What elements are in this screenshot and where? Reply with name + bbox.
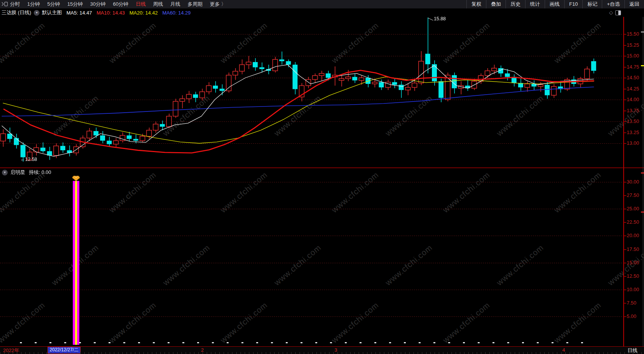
minor-tick-strip xyxy=(0,352,644,354)
chevron-down-circle-icon[interactable]: ▾ xyxy=(34,10,40,16)
toolbar-button-复权[interactable]: 复权 xyxy=(466,0,486,8)
toolbar-button-返回[interactable]: 返回 xyxy=(624,0,644,8)
period-tab-多周期[interactable]: 多周期 xyxy=(188,0,203,8)
toolbar-menu: 复权叠加历史统计画线F10标记+自选返回 xyxy=(466,0,644,8)
ma-readout: MA10: 14.43 xyxy=(97,10,125,16)
stock-chart-app: { "menu": { "left": [ {"label":"分时","act… xyxy=(0,0,644,354)
toolbar-button-统计[interactable]: 统计 xyxy=(525,0,545,8)
main-layout-selector[interactable]: 默认主图 xyxy=(42,9,62,16)
indicator-name: 启明星 xyxy=(10,169,25,176)
period-menubar: 分时1分钟5分钟15分钟30分钟60分钟日线周线月线多周期更多 〉 复权叠加历史… xyxy=(0,0,644,9)
toolbar-button-F10[interactable]: F10 xyxy=(564,0,582,8)
ma-readouts: MA5: 14.47MA10: 14.43MA20: 14.42MA60: 14… xyxy=(62,10,191,16)
split-panel-icon[interactable] xyxy=(615,10,621,15)
chart-canvas[interactable] xyxy=(0,0,644,354)
indicator-header: ▾ 启明星 持续: 0.00 xyxy=(0,169,51,176)
toolbar-button-+自选[interactable]: +自选 xyxy=(602,0,624,8)
period-tab-周线[interactable]: 周线 xyxy=(153,0,163,8)
toolbar-button-画线[interactable]: 画线 xyxy=(545,0,564,8)
collapse-sidebar-icon[interactable] xyxy=(1,2,8,7)
period-menu: 分时1分钟5分钟15分钟30分钟60分钟日线周线月线多周期更多 〉 xyxy=(10,0,226,8)
period-tab-30分钟[interactable]: 30分钟 xyxy=(90,0,105,8)
ma-readout: MA60: 14.29 xyxy=(162,10,191,16)
period-tab-1分钟[interactable]: 1分钟 xyxy=(27,0,40,8)
period-tab-15分钟[interactable]: 15分钟 xyxy=(67,0,82,8)
period-tab-60分钟[interactable]: 60分钟 xyxy=(113,0,128,8)
titlebar-icons: ◇ xyxy=(609,10,621,16)
chart-titlebar: 三达膜 (日线) ▾ 默认主图 MA5: 14.47MA10: 14.43MA2… xyxy=(0,8,644,17)
toolbar-button-历史[interactable]: 历史 xyxy=(506,0,525,8)
toolbar-button-叠加[interactable]: 叠加 xyxy=(486,0,506,8)
date-axis-bar: 2022年 2022/12/27/二 234 日线 xyxy=(0,347,644,354)
ma-readout: MA5: 14.47 xyxy=(66,10,92,16)
stock-title: 三达膜 (日线) xyxy=(2,9,31,16)
indicator-status: 持续: 0.00 xyxy=(29,169,51,176)
period-tab-5分钟[interactable]: 5分钟 xyxy=(47,0,60,8)
ma-readout: MA20: 14.42 xyxy=(130,10,158,16)
period-tab-分时[interactable]: 分时 xyxy=(10,0,20,8)
period-tab-月线[interactable]: 月线 xyxy=(170,0,180,8)
diamond-marker-icon[interactable]: ◇ xyxy=(609,10,613,16)
period-tab-更多 〉[interactable]: 更多 〉 xyxy=(210,0,226,8)
indicator-chevron-icon[interactable]: ▾ xyxy=(2,170,8,175)
period-tab-日线[interactable]: 日线 xyxy=(136,0,146,8)
toolbar-button-标记[interactable]: 标记 xyxy=(582,0,602,8)
